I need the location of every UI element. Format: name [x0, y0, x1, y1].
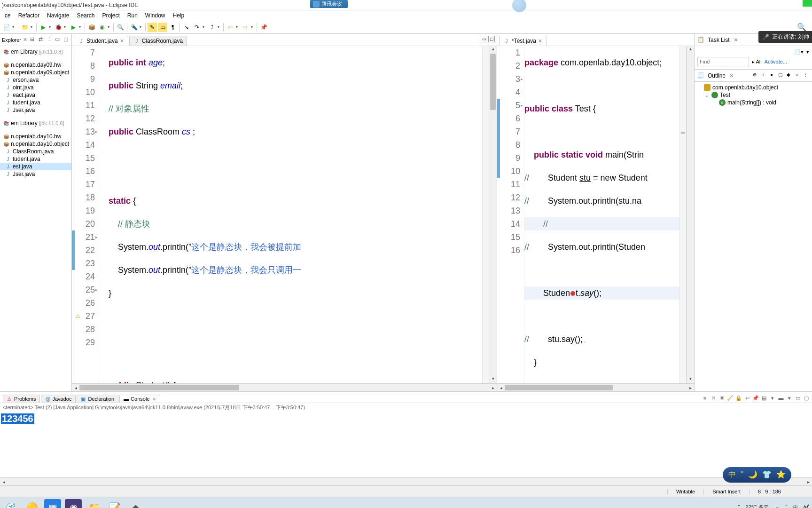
debug-button[interactable]: 🐞: [54, 23, 63, 32]
shirt-icon[interactable]: 👕: [762, 470, 772, 480]
console-output[interactable]: 123456: [0, 412, 812, 425]
taskbar-app[interactable]: ◆: [127, 499, 144, 508]
quick-access-icon[interactable]: 🔍: [797, 23, 806, 32]
tray-up-icon[interactable]: ˄: [737, 504, 741, 508]
toggle-block-button[interactable]: ▭: [158, 23, 167, 32]
remove-launch-icon[interactable]: ✕: [710, 395, 717, 403]
tray-up2-icon[interactable]: ˄: [785, 504, 788, 508]
horizontal-scrollbar[interactable]: ◂▸: [72, 383, 497, 391]
pill-icon[interactable]: °: [741, 470, 743, 480]
tree-item[interactable]: JJser.java: [0, 170, 71, 178]
hide-fields-icon[interactable]: ●: [768, 72, 775, 79]
menu-refactor[interactable]: Refactor: [15, 11, 43, 20]
step-button[interactable]: ↘: [182, 23, 191, 32]
close-icon[interactable]: ✕: [729, 72, 734, 79]
close-icon[interactable]: ✕: [120, 38, 124, 44]
outline-method[interactable]: smain(String[]) : void: [697, 99, 809, 106]
terminate-icon[interactable]: ■: [701, 395, 709, 403]
tree-item-selected[interactable]: Jest.java: [0, 163, 71, 170]
tree-item[interactable]: 📦n.openlab.day10.hw: [0, 133, 71, 140]
menu-navigate[interactable]: Navigate: [43, 11, 73, 20]
outline-class[interactable]: ⌄Test: [697, 91, 809, 99]
moon-icon[interactable]: 🌙: [748, 470, 757, 480]
tree-item[interactable]: Joint.java: [0, 84, 71, 91]
tab-problems[interactable]: ⚠Problems: [3, 395, 40, 403]
meeting-badge[interactable]: 腾讯会议: [310, 0, 348, 8]
step-over-button[interactable]: ↷: [192, 23, 202, 32]
tree-item[interactable]: Jtudent.java: [0, 155, 71, 163]
tray-onedrive-icon[interactable]: ☁: [773, 504, 780, 508]
tree-item[interactable]: Jtudent.java: [0, 99, 71, 106]
save-button[interactable]: 📁: [20, 23, 30, 32]
vertical-scrollbar[interactable]: ▴ ▾: [489, 46, 497, 383]
display-console-icon[interactable]: ▤: [760, 395, 768, 403]
explorer-tree[interactable]: 📚em Library [jdk11.0.8] 📦n.openlab.day09…: [0, 46, 71, 391]
line-gutter[interactable]: 7891011121314151617181920212223242526272…: [75, 46, 99, 383]
view-menu-icon[interactable]: ⋮: [802, 72, 809, 79]
new-package-button[interactable]: 📦: [87, 23, 96, 32]
scroll-lock-icon[interactable]: 🔒: [735, 395, 742, 403]
floating-toolbar[interactable]: 中 ° 🌙 👕 ⭐: [723, 467, 791, 483]
minimize-icon[interactable]: ▭: [54, 36, 61, 44]
maximize-icon[interactable]: ▢: [62, 36, 70, 44]
task-new-icon[interactable]: 📄▾: [794, 49, 804, 55]
tray-weather[interactable]: 22°C 多云: [745, 504, 769, 508]
tree-item[interactable]: JJser.java: [0, 106, 71, 114]
taskbar-files[interactable]: ▦: [44, 499, 61, 508]
outline-package[interactable]: com.openlab.day10.object: [697, 84, 809, 91]
tray-ime[interactable]: 中: [793, 504, 798, 508]
outline-tree[interactable]: com.openlab.day10.object ⌄Test smain(Str…: [695, 82, 812, 108]
hide-nonpublic-icon[interactable]: ◆: [785, 72, 792, 79]
forward-button[interactable]: ⇨: [241, 23, 250, 32]
code-area[interactable]: package com.openlab.day10.object; public…: [524, 46, 679, 383]
minimize-icon[interactable]: ▭: [794, 395, 802, 403]
tree-item[interactable]: 📦n.openlab.day09.hw: [0, 61, 71, 69]
tab-javadoc[interactable]: @Javadoc: [41, 395, 76, 403]
sort-icon[interactable]: ↕: [759, 72, 767, 79]
menu-run[interactable]: Run: [124, 11, 141, 20]
show-whitespace-button[interactable]: ¶: [168, 23, 178, 32]
tree-item[interactable]: JClassRoom.java: [0, 148, 71, 155]
hide-local-icon[interactable]: ○: [793, 72, 801, 79]
task-menu-icon[interactable]: ▾: [806, 49, 809, 55]
menu-project[interactable]: Project: [98, 11, 123, 20]
window-control[interactable]: [803, 0, 812, 7]
back-button[interactable]: ⇦: [226, 23, 235, 32]
collapse-all-icon[interactable]: ⊟: [28, 36, 36, 44]
menu-search[interactable]: Search: [73, 11, 98, 20]
pin-console-icon[interactable]: 📌: [752, 395, 759, 403]
tab-classroom[interactable]: JClassRoom.java: [129, 36, 187, 46]
menu-source[interactable]: ce: [1, 11, 15, 20]
task-activate-link[interactable]: Activate...: [765, 59, 787, 64]
taskbar-explorer[interactable]: 📁: [86, 499, 102, 508]
taskbar-chrome[interactable]: 🟡: [23, 499, 40, 508]
new-button[interactable]: 📄: [2, 23, 11, 32]
step-return-button[interactable]: ⤴: [207, 23, 217, 32]
tab-test[interactable]: J*Test.java✕: [499, 36, 547, 46]
overview-ruler[interactable]: [482, 46, 489, 383]
taskbar-edge[interactable]: 🌊: [3, 499, 20, 508]
pin-button[interactable]: 📌: [259, 23, 268, 32]
tab-console[interactable]: ▬Console✕: [119, 395, 160, 403]
link-editor-icon[interactable]: ⇄: [37, 36, 44, 44]
line-gutter[interactable]: 12345678910111213141516: [500, 46, 524, 383]
minimize-editor-icon[interactable]: ▭: [481, 36, 487, 42]
maximize-editor-icon[interactable]: ▢: [488, 36, 495, 42]
open-console-icon[interactable]: ▬: [777, 395, 785, 403]
clear-console-icon[interactable]: 🧹: [726, 395, 734, 403]
tab-declaration[interactable]: ▣Declaration: [77, 395, 118, 403]
tree-item[interactable]: 📦n.openlab.day10.object: [0, 140, 71, 148]
menu-window[interactable]: Window: [141, 11, 169, 20]
tree-item[interactable]: 📦n.openlab.day09.object: [0, 69, 71, 76]
system-tray[interactable]: ˄ 22°C 多云 ☁ ˄ 中 🗲: [737, 504, 809, 508]
coverage-button[interactable]: ▶: [69, 23, 78, 32]
taskbar-notepad[interactable]: 📝: [106, 499, 123, 508]
close-icon[interactable]: ✕: [152, 397, 156, 402]
star-icon[interactable]: ⭐: [776, 470, 786, 480]
vertical-scrollbar[interactable]: ▴ ▾: [686, 46, 694, 383]
task-all-label[interactable]: ▸ All: [752, 59, 762, 65]
remove-all-icon[interactable]: ✖: [718, 395, 726, 403]
horizontal-scrollbar[interactable]: ◂▸: [497, 383, 694, 391]
tray-battery-icon[interactable]: 🗲: [803, 504, 809, 508]
ime-icon[interactable]: 中: [728, 470, 736, 480]
